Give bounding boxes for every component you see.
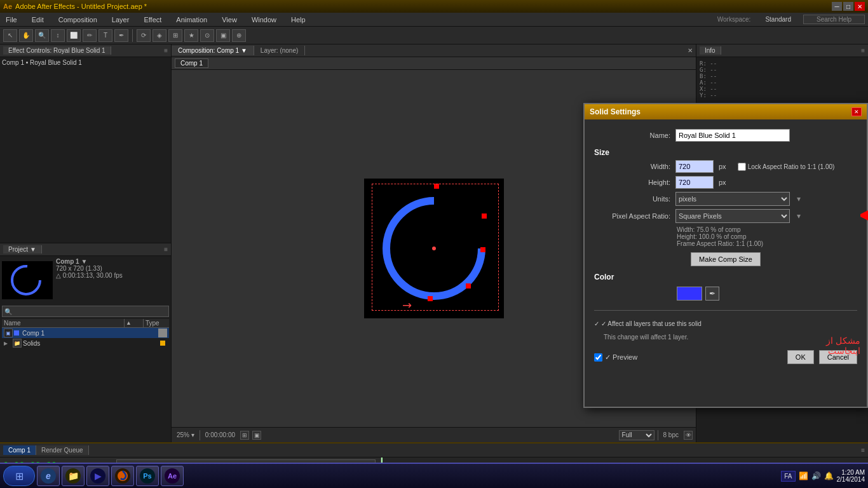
speaker-icon[interactable]: 🔊 bbox=[811, 471, 821, 480]
menu-animation[interactable]: Animation bbox=[173, 15, 210, 25]
search-input[interactable] bbox=[4, 308, 166, 315]
size-section: Size Width: px Lock Aspect Ratio to 1:1 … bbox=[594, 148, 857, 266]
region-btn[interactable]: ▣ bbox=[252, 431, 261, 440]
toolbar-btn-13[interactable]: ⊙ bbox=[200, 29, 214, 42]
project-panel-header: Project ▼ ≡ bbox=[0, 243, 171, 256]
taskbar-photoshop[interactable]: Ps bbox=[136, 466, 159, 486]
toolbar-btn-11[interactable]: ⊞ bbox=[168, 29, 182, 42]
toolbar-btn-6[interactable]: ✏ bbox=[83, 29, 97, 42]
system-tray: FA 📶 🔊 🔔 1:20 AM 2/14/2014 bbox=[781, 469, 865, 483]
quality-select[interactable]: Full Half Quarter bbox=[619, 430, 654, 440]
units-select[interactable]: pixels inches cm mm percent of comp bbox=[675, 192, 790, 206]
list-item[interactable]: ▶ 📁 Solids bbox=[2, 338, 169, 348]
toolbar-btn-1[interactable]: ↖ bbox=[3, 29, 17, 42]
close-comp-panel[interactable]: ✕ bbox=[684, 46, 696, 55]
toolbar-btn-8[interactable]: ✒ bbox=[114, 29, 128, 42]
solid-name-input[interactable] bbox=[675, 129, 790, 142]
pixel-ar-dropdown-arrow[interactable]: ▾ bbox=[797, 212, 801, 220]
comp-1-sub-tab[interactable]: Comp 1 bbox=[175, 58, 208, 68]
toolbar-btn-9[interactable]: ⟳ bbox=[137, 29, 151, 42]
menu-help[interactable]: Help bbox=[288, 15, 308, 25]
list-item[interactable]: ▣ Comp 1 bbox=[2, 328, 169, 338]
taskbar-wmp[interactable]: ▶ bbox=[86, 466, 109, 486]
toolbar-btn-15[interactable]: ⊕ bbox=[232, 29, 246, 42]
units-row: Units: pixels inches cm mm percent of co… bbox=[594, 192, 857, 206]
photoshop-icon: Ps bbox=[140, 468, 155, 484]
dialog-close-button[interactable]: ✕ bbox=[851, 107, 862, 116]
toolbar-btn-10[interactable]: ◈ bbox=[153, 29, 166, 42]
toolbar-btn-7[interactable]: T bbox=[98, 29, 112, 42]
toolbar-btn-2[interactable]: ✋ bbox=[19, 29, 33, 42]
effect-controls-header: Effect Controls: Royal Blue Solid 1 ≡ bbox=[0, 44, 171, 57]
units-label: Units: bbox=[594, 195, 670, 203]
red-arrow-annotation bbox=[860, 209, 868, 222]
width-input[interactable] bbox=[675, 160, 714, 173]
project-search[interactable] bbox=[2, 306, 169, 317]
snap-btn[interactable]: ⊞ bbox=[240, 431, 249, 440]
lang-indicator[interactable]: FA bbox=[781, 471, 795, 482]
taskbar-firefox[interactable] bbox=[111, 466, 134, 486]
height-input[interactable] bbox=[675, 176, 714, 189]
color-section: Color ✒ bbox=[594, 273, 857, 301]
make-comp-size-button[interactable]: Make Comp Size bbox=[691, 252, 761, 266]
eyedropper-button[interactable]: ✒ bbox=[705, 287, 719, 301]
info-panel-menu[interactable]: ≡ bbox=[861, 47, 865, 54]
info-tab[interactable]: Info bbox=[700, 46, 721, 55]
zoom-select[interactable]: 25% ▾ bbox=[175, 431, 196, 438]
pixel-ar-select[interactable]: Square Pixels D1/DV NTSC (0.91) D1/DV PA… bbox=[675, 209, 790, 223]
wmp-icon: ▶ bbox=[90, 468, 105, 484]
width-row: Width: px Lock Aspect Ratio to 1:1 (1.00… bbox=[594, 160, 857, 173]
info-y: Y: -- bbox=[700, 92, 865, 98]
left-panel: Effect Controls: Royal Blue Solid 1 ≡ Co… bbox=[0, 44, 172, 442]
menu-file[interactable]: File bbox=[3, 15, 20, 25]
ok-button[interactable]: OK bbox=[787, 350, 814, 364]
project-tab[interactable]: Project ▼ bbox=[3, 245, 42, 254]
toolbar-btn-4[interactable]: ↕ bbox=[51, 29, 65, 42]
effect-controls-tab[interactable]: Effect Controls: Royal Blue Solid 1 bbox=[3, 46, 111, 55]
file-name-solids: Solids bbox=[23, 340, 160, 347]
timeline-menu[interactable]: ≡ bbox=[861, 447, 865, 454]
menu-window[interactable]: Window bbox=[249, 15, 279, 25]
menu-view[interactable]: View bbox=[219, 15, 240, 25]
timeline-header: Comp 1 Render Queue ≡ bbox=[0, 444, 868, 458]
preview-checkbox[interactable] bbox=[594, 353, 602, 362]
panel-menu-icon[interactable]: ≡ bbox=[164, 47, 168, 54]
search-help-input[interactable]: Search Help bbox=[803, 15, 865, 24]
arabic-line2: اینجاست bbox=[826, 346, 860, 356]
menu-layer[interactable]: Layer bbox=[109, 15, 132, 25]
project-panel-menu[interactable]: ≡ bbox=[164, 246, 168, 253]
make-comp-size-row: Make Comp Size bbox=[594, 252, 857, 266]
minimize-button[interactable]: ─ bbox=[832, 2, 842, 11]
taskbar-ie[interactable]: e bbox=[37, 466, 60, 486]
ae-icon: Ae bbox=[165, 468, 180, 484]
maximize-button[interactable]: □ bbox=[843, 2, 853, 11]
menu-composition[interactable]: Composition bbox=[56, 15, 100, 25]
comp-tab-composition[interactable]: Composition: Comp 1 ▼ bbox=[172, 46, 254, 55]
close-button[interactable]: ✕ bbox=[855, 2, 865, 11]
breadcrumb: Comp 1 • Royal Blue Solid 1 bbox=[2, 59, 169, 66]
name-label: Name: bbox=[594, 132, 670, 139]
units-dropdown-arrow[interactable]: ▾ bbox=[797, 194, 801, 203]
taskbar-explorer[interactable]: 📁 bbox=[62, 466, 85, 486]
color-swatch[interactable] bbox=[677, 287, 702, 301]
toolbar-btn-3[interactable]: 🔍 bbox=[35, 29, 49, 42]
info-g: G: -- bbox=[700, 67, 865, 73]
start-button[interactable]: ⊞ bbox=[3, 466, 35, 486]
toolbar-btn-14[interactable]: ▣ bbox=[216, 29, 230, 42]
notification-icon[interactable]: 🔔 bbox=[824, 471, 834, 480]
lock-aspect-checkbox[interactable] bbox=[738, 163, 746, 171]
comp-thumbnail bbox=[2, 261, 53, 299]
workspace-value[interactable]: Standard bbox=[763, 15, 794, 24]
timeline-comp-tab[interactable]: Comp 1 bbox=[3, 445, 36, 455]
menu-effect[interactable]: Effect bbox=[141, 15, 164, 25]
toolbar-btn-5[interactable]: ⬜ bbox=[67, 29, 81, 42]
explorer-icon: 📁 bbox=[65, 468, 81, 484]
toolbar-btn-12[interactable]: ★ bbox=[184, 29, 198, 42]
menu-edit[interactable]: Edit bbox=[29, 15, 46, 25]
info-r: R: -- bbox=[700, 60, 865, 67]
preview-label: ✓ Preview bbox=[605, 353, 637, 362]
timeline-render-tab[interactable]: Render Queue bbox=[36, 445, 89, 455]
viewer-btn[interactable]: 👁 bbox=[684, 431, 693, 440]
preview-check-row: ✓ Preview bbox=[594, 353, 637, 362]
taskbar-aftereffects[interactable]: Ae bbox=[161, 466, 184, 486]
